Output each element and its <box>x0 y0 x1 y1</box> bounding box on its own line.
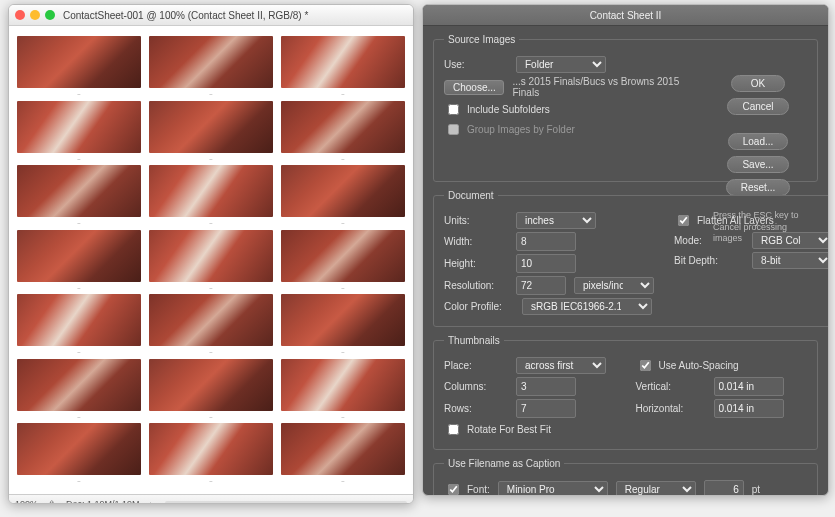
group-by-folder-checkbox <box>448 124 459 135</box>
place-label: Place: <box>444 360 508 371</box>
zoom-icon[interactable] <box>45 10 55 20</box>
load-button[interactable]: Load... <box>728 133 789 150</box>
contact-sheet-canvas[interactable]: _ _ _ _ _ _ _ _ _ _ _ _ _ _ _ _ _ _ _ _ … <box>9 26 413 494</box>
resolution-unit-select[interactable]: pixels/inch <box>574 277 654 294</box>
doc-size: Doc: 1.19M/1.19M <box>66 499 140 504</box>
caption-font-checkbox[interactable] <box>448 484 459 495</box>
place-select[interactable]: across first <box>516 357 606 374</box>
save-button[interactable]: Save... <box>727 156 788 173</box>
source-legend: Source Images <box>444 34 519 45</box>
doc-titlebar[interactable]: ContactSheet-001 @ 100% (Contact Sheet I… <box>9 5 413 26</box>
status-bar: 100% ⇪ Doc: 1.19M/1.19M ▸ <box>9 494 413 504</box>
thumbnail: _ <box>149 101 273 162</box>
caption-legend: Use Filename as Caption <box>444 458 564 469</box>
horizontal-label: Horizontal: <box>636 403 706 414</box>
flatten-checkbox[interactable] <box>678 215 689 226</box>
thumbnail: _ <box>281 36 405 97</box>
profile-label: Color Profile: <box>444 301 514 312</box>
height-input[interactable] <box>516 254 576 273</box>
thumbnail: _ <box>17 101 141 162</box>
autospacing-checkbox[interactable] <box>640 360 651 371</box>
units-select[interactable]: inches <box>516 212 596 229</box>
rows-label: Rows: <box>444 403 508 414</box>
resolution-input[interactable] <box>516 276 566 295</box>
thumbnail: _ <box>281 230 405 291</box>
export-icon[interactable]: ⇪ <box>48 499 56 504</box>
include-subfolders-checkbox[interactable] <box>448 104 459 115</box>
units-label: Units: <box>444 215 508 226</box>
horizontal-input[interactable] <box>714 399 784 418</box>
font-size-input[interactable] <box>704 480 744 496</box>
zoom-level[interactable]: 100% <box>15 499 38 504</box>
font-style-select[interactable]: Regular <box>616 481 696 496</box>
flatten-label: Flatten All Layers <box>697 215 774 226</box>
bitdepth-select[interactable]: 8-bit <box>752 252 829 269</box>
use-label: Use: <box>444 59 508 70</box>
group-by-folder-label: Group Images by Folder <box>467 124 575 135</box>
document-window: ContactSheet-001 @ 100% (Contact Sheet I… <box>8 4 414 504</box>
rotate-checkbox[interactable] <box>448 424 459 435</box>
thumbnail: _ <box>149 230 273 291</box>
folder-path: ...s 2015 Finals/Bucs vs Browns 2015 Fin… <box>512 76 707 98</box>
choose-button[interactable]: Choose... <box>444 80 504 95</box>
mode-label: Mode: <box>674 235 744 246</box>
thumbnail: _ <box>281 359 405 420</box>
thumbnail: _ <box>281 294 405 355</box>
autospacing-label: Use Auto-Spacing <box>659 360 739 371</box>
thumbnail: _ <box>17 294 141 355</box>
thumbnail: _ <box>17 230 141 291</box>
width-input[interactable] <box>516 232 576 251</box>
document-group: Document Units:inches Width: Height: Res… <box>433 190 829 327</box>
thumbnail: _ <box>281 101 405 162</box>
thumbnails-group: Thumbnails Place:across first Columns: R… <box>433 335 818 450</box>
thumbnail: _ <box>149 294 273 355</box>
dlg-title: Contact Sheet II <box>590 10 662 21</box>
pt-label: pt <box>752 484 760 495</box>
columns-input[interactable] <box>516 377 576 396</box>
thumbnail: _ <box>17 36 141 97</box>
contact-sheet-dialog: Contact Sheet II Source Images Use: Fold… <box>422 4 829 496</box>
dlg-titlebar[interactable]: Contact Sheet II <box>423 5 828 26</box>
thumbnails-legend: Thumbnails <box>444 335 504 346</box>
scrollbar[interactable] <box>165 501 407 504</box>
font-select[interactable]: Minion Pro <box>498 481 608 496</box>
source-images-group: Source Images Use: Folder Choose... ...s… <box>433 34 818 182</box>
bitdepth-label: Bit Depth: <box>674 255 744 266</box>
use-select[interactable]: Folder <box>516 56 606 73</box>
thumbnail: _ <box>149 36 273 97</box>
font-label: Font: <box>467 484 490 495</box>
thumbnail: _ <box>149 165 273 226</box>
thumbnail: _ <box>17 359 141 420</box>
height-label: Height: <box>444 258 508 269</box>
close-icon[interactable] <box>15 10 25 20</box>
minimize-icon[interactable] <box>30 10 40 20</box>
vertical-input[interactable] <box>714 377 784 396</box>
columns-label: Columns: <box>444 381 508 392</box>
thumbnail: _ <box>17 165 141 226</box>
document-legend: Document <box>444 190 498 201</box>
rows-input[interactable] <box>516 399 576 418</box>
thumbnail: _ <box>281 423 405 484</box>
ok-button[interactable]: OK <box>731 75 785 92</box>
caption-group: Use Filename as Caption Font: Minion Pro… <box>433 458 818 496</box>
mode-select[interactable]: RGB Color <box>752 232 829 249</box>
doc-title: ContactSheet-001 @ 100% (Contact Sheet I… <box>63 10 308 21</box>
vertical-label: Vertical: <box>636 381 706 392</box>
width-label: Width: <box>444 236 508 247</box>
thumbnail: _ <box>149 423 273 484</box>
resolution-label: Resolution: <box>444 280 508 291</box>
thumbnail: _ <box>149 359 273 420</box>
traffic-lights <box>15 10 55 20</box>
rotate-label: Rotate For Best Fit <box>467 424 551 435</box>
cancel-button[interactable]: Cancel <box>727 98 788 115</box>
profile-select[interactable]: sRGB IEC61966-2.1 <box>522 298 652 315</box>
thumbnail: _ <box>17 423 141 484</box>
thumbnail: _ <box>281 165 405 226</box>
include-subfolders-label: Include Subfolders <box>467 104 550 115</box>
